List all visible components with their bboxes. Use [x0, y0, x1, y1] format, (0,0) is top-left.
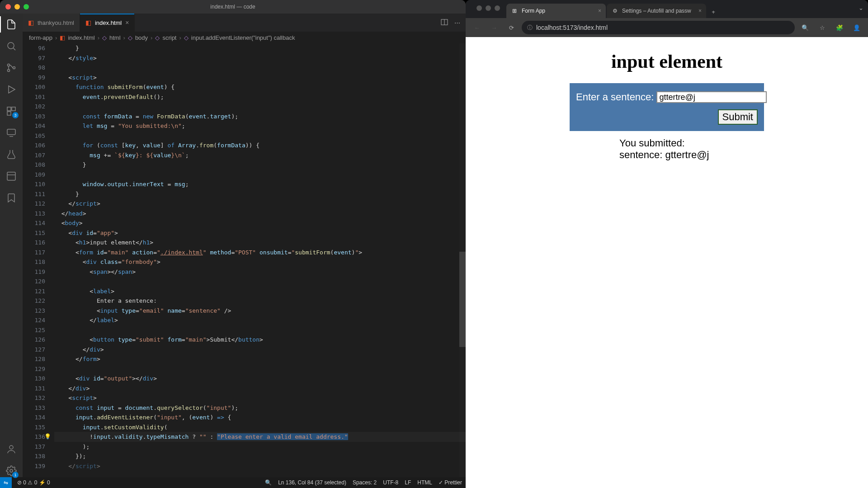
settings-icon[interactable]: 1 — [5, 465, 18, 477]
close-icon[interactable]: × — [698, 8, 702, 14]
editor-area: ◧ thankyou.html ◧ index.html × ⋯ form-ap… — [23, 14, 466, 477]
vscode-titlebar[interactable]: index.html — code — [0, 0, 466, 14]
url-text: localhost:5173/index.html — [536, 24, 608, 31]
input-label: Enter a sentence: — [576, 91, 654, 103]
explorer-icon[interactable] — [5, 18, 18, 31]
svg-rect-6 — [7, 107, 11, 111]
encoding-indicator[interactable]: UTF-8 — [383, 479, 398, 486]
svg-rect-11 — [7, 172, 15, 180]
site-info-icon[interactable]: ⓘ — [527, 24, 533, 32]
symbol-icon: ◇ — [184, 34, 189, 41]
forward-button[interactable]: → — [487, 21, 501, 34]
lightbulb-icon[interactable]: 💡 — [44, 432, 51, 442]
chrome-toolbar: ← → ⟳ ⓘ localhost:5173/index.html 🔍 ☆ 🧩 … — [466, 18, 868, 37]
html-file-icon: ◧ — [85, 19, 91, 26]
vscode-window: index.html — code 3 1 ◧ thankyou.html — [0, 0, 466, 488]
chevron-down-icon[interactable]: ⌄ — [859, 5, 863, 11]
sentence-input[interactable] — [656, 91, 767, 103]
activity-bar: 3 1 — [0, 14, 23, 477]
reload-button[interactable]: ⟳ — [505, 21, 518, 34]
favicon-icon: ⊞ — [511, 7, 518, 14]
tab-actions: ⋯ — [441, 14, 466, 32]
new-tab-button[interactable]: + — [707, 5, 720, 18]
traffic-lights — [471, 5, 500, 11]
form-row: Enter a sentence: — [576, 91, 758, 103]
svg-point-13 — [9, 446, 13, 449]
rendered-page: input element Enter a sentence: Submit Y… — [466, 37, 868, 488]
tab-thankyou[interactable]: ◧ thankyou.html — [23, 14, 80, 32]
bc-item[interactable]: script — [162, 34, 176, 41]
more-icon[interactable]: ⋯ — [454, 19, 460, 26]
line-gutter: 9697989910010110210310410510610710810911… — [23, 43, 54, 477]
form-container: Enter a sentence: Submit — [570, 83, 764, 131]
testing-icon[interactable] — [5, 148, 18, 161]
accounts-icon[interactable] — [5, 443, 18, 455]
extensions-icon[interactable]: 3 — [5, 105, 18, 117]
bc-item[interactable]: index.html — [68, 34, 94, 41]
profile-icon[interactable]: 👤 — [850, 21, 863, 34]
close-icon[interactable]: × — [598, 8, 601, 14]
indent-indicator[interactable]: Spaces: 2 — [353, 479, 377, 486]
back-button[interactable]: ← — [470, 21, 484, 34]
remote-icon[interactable] — [5, 127, 18, 139]
tab-bar: ◧ thankyou.html ◧ index.html × ⋯ — [23, 14, 466, 32]
problems-indicator[interactable]: ⊘ 0 ⚠ 0 ⚡ 0 — [17, 479, 50, 486]
svg-point-3 — [8, 70, 10, 72]
page-heading: input element — [611, 51, 722, 72]
output-text: You submitted: sentence: gttertre@j — [570, 137, 764, 161]
maximize-button[interactable] — [24, 4, 29, 9]
symbol-icon: ◇ — [128, 34, 132, 41]
minimize-button[interactable] — [14, 4, 20, 9]
search-icon[interactable] — [5, 40, 18, 52]
eol-indicator[interactable]: LF — [405, 479, 411, 486]
bc-item[interactable]: input.addEventListener("input") callback — [191, 34, 295, 41]
minimize-button[interactable] — [486, 5, 491, 11]
bc-item[interactable]: html — [109, 34, 121, 41]
close-button[interactable] — [476, 5, 482, 11]
submit-button[interactable]: Submit — [718, 109, 758, 125]
maximize-button[interactable] — [495, 5, 500, 11]
bookmark-icon[interactable]: ☆ — [816, 21, 829, 34]
code-editor[interactable]: 9697989910010110210310410510610710810911… — [23, 43, 466, 477]
svg-line-1 — [14, 48, 15, 50]
svg-rect-7 — [12, 107, 15, 111]
html-file-icon: ◧ — [28, 19, 34, 26]
symbol-icon: ◇ — [102, 34, 107, 41]
split-editor-icon[interactable] — [441, 19, 448, 27]
symbol-icon: ◇ — [155, 34, 160, 41]
zoom-icon[interactable]: 🔍 — [798, 21, 812, 34]
browser-tab-active[interactable]: ⊞ Form App × — [506, 4, 606, 18]
chrome-window: ⊞ Form App × ⚙ Settings – Autofill and p… — [466, 0, 868, 488]
svg-point-0 — [8, 42, 14, 49]
bookmarks-icon[interactable] — [5, 192, 18, 204]
html-file-icon: ◧ — [60, 34, 65, 41]
svg-marker-5 — [9, 86, 15, 93]
cursor-position[interactable]: Ln 136, Col 84 (37 selected) — [278, 479, 346, 486]
language-indicator[interactable]: HTML — [417, 479, 432, 486]
source-control-icon[interactable] — [5, 61, 18, 74]
tab-label: thankyou.html — [38, 19, 74, 26]
run-debug-icon[interactable] — [5, 83, 18, 96]
close-icon[interactable]: × — [125, 19, 129, 26]
tab-index[interactable]: ◧ index.html × — [80, 14, 135, 32]
formatter-indicator[interactable]: ✓ Prettier — [439, 479, 462, 486]
close-button[interactable] — [5, 4, 11, 9]
svg-point-14 — [10, 469, 13, 472]
extensions-icon[interactable]: 🧩 — [833, 21, 846, 34]
minimap-thumb[interactable] — [459, 252, 466, 347]
bc-item[interactable]: form-app — [29, 34, 52, 41]
svg-point-2 — [8, 64, 10, 66]
svg-point-4 — [13, 67, 15, 69]
minimap[interactable] — [459, 43, 466, 477]
browser-tab[interactable]: ⚙ Settings – Autofill and passw × — [607, 4, 706, 18]
bc-item[interactable]: body — [135, 34, 148, 41]
extensions-badge: 3 — [12, 112, 19, 118]
breadcrumb[interactable]: form-app› ◧ index.html› ◇ html› ◇ body› … — [23, 32, 466, 43]
timeline-icon[interactable] — [5, 170, 18, 183]
remote-indicator[interactable]: ⇋ — [0, 477, 12, 488]
tab-label: index.html — [95, 19, 122, 26]
code-content[interactable]: } </style> <script> function submitForm(… — [54, 43, 466, 477]
gear-icon: ⚙ — [611, 7, 618, 14]
address-bar[interactable]: ⓘ localhost:5173/index.html — [522, 21, 795, 34]
search-icon[interactable]: 🔍 — [265, 479, 272, 486]
